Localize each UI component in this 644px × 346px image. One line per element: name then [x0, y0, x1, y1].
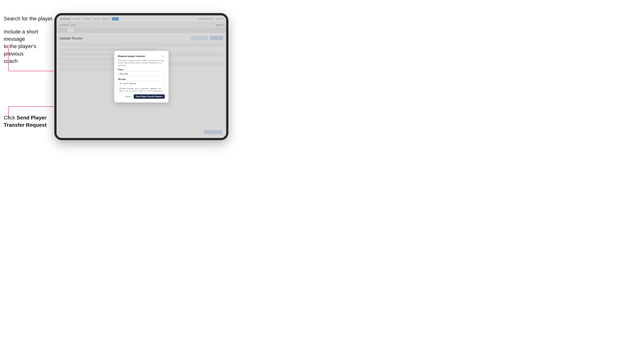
annotation-click: Click Send Player Transfer Request [4, 114, 52, 129]
request-transfer-modal: Request player transfer × If the player … [114, 51, 168, 103]
modal-header: Request player transfer × [118, 55, 165, 58]
tablet-screen: Update Roster Request player transfer [56, 15, 226, 138]
modal-overlay: Request player transfer × If the player … [56, 15, 226, 138]
annotation-search: Search for the player. [4, 15, 54, 22]
player-label: Player [118, 69, 165, 71]
annotation-message: Include a short messageto the player's p… [4, 28, 52, 65]
message-label: Message [118, 78, 165, 80]
player-input[interactable] [118, 71, 165, 76]
modal-description: If the player is transferring from anoth… [118, 59, 165, 67]
message-textarea[interactable]: Hi Coach McHarg, Please accept this tran… [118, 81, 165, 91]
modal-title: Request player transfer [118, 55, 145, 58]
send-transfer-request-button[interactable]: Send Player Transfer Request [134, 94, 165, 99]
annotation-message-text: Include a short messageto the player's p… [4, 29, 38, 64]
annotation-click-prefix: Click [4, 115, 16, 121]
cancel-button[interactable]: Cancel [123, 95, 132, 99]
tablet-device: Update Roster Request player transfer [54, 13, 228, 140]
modal-close-button[interactable]: × [161, 55, 165, 58]
modal-footer: Cancel Send Player Transfer Request [118, 94, 165, 99]
